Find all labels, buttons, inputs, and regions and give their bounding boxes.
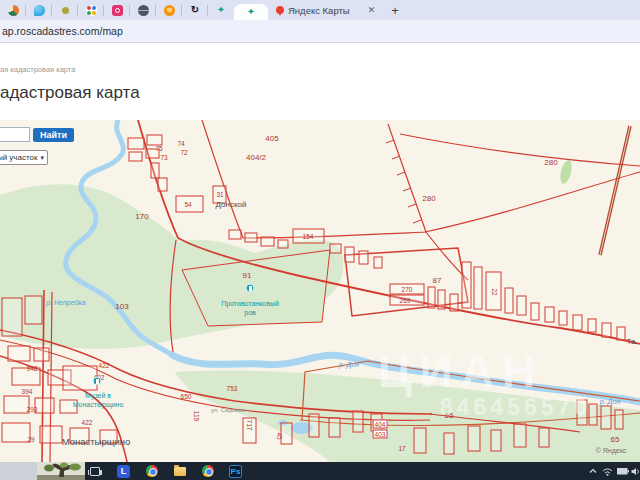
tray-battery[interactable]: [616, 465, 629, 478]
map-label: 73: [160, 154, 167, 161]
active-tab[interactable]: ✦: [234, 4, 268, 20]
globe-icon: [138, 5, 149, 16]
screen: ↻ ✦ ✦ Яндекс Карты ✕ + ap.roscadastres.c…: [0, 0, 640, 480]
pinned-tab-6[interactable]: [130, 1, 156, 19]
chevron-up-icon: [588, 467, 598, 475]
taskbar-chrome-1[interactable]: [145, 465, 158, 478]
cadastral-map[interactable]: 405404/228028017075747372543115491103872…: [0, 120, 640, 462]
pinned-tab-9[interactable]: ✦: [208, 1, 234, 19]
page-title: адастровая карта: [0, 83, 140, 103]
chrome-icon: [202, 465, 214, 477]
map-label: ров: [244, 309, 256, 316]
poi-icon: [93, 377, 102, 386]
map-label: 65: [445, 411, 454, 420]
tray-wifi[interactable]: [601, 465, 614, 478]
map-label: 22: [491, 288, 498, 295]
map-label: 404/2: [246, 153, 266, 162]
chevron-down-icon: ▾: [40, 154, 44, 162]
map-label: 54: [184, 201, 191, 208]
pinned-tab-8[interactable]: ↻: [182, 1, 208, 19]
map-label: р. Непрейка: [46, 299, 85, 306]
map-label: © Яндекс: [596, 447, 627, 454]
map-label: Та: [627, 337, 636, 346]
folder-icon: [174, 467, 186, 476]
map-label: 948: [27, 365, 38, 372]
new-tab-button[interactable]: +: [391, 3, 399, 18]
apps-cluster-icon: [86, 5, 97, 16]
map-label: 91: [243, 271, 252, 280]
taskbar-chrome-2[interactable]: [201, 465, 214, 478]
find-button[interactable]: Найти: [33, 128, 74, 142]
taskbar-app-l[interactable]: L: [117, 465, 130, 478]
sparkle-icon: ✦: [246, 7, 257, 18]
pinned-tab-7[interactable]: [156, 1, 182, 19]
media-badge-icon: [112, 5, 123, 16]
map-label: 403: [373, 430, 388, 439]
map-label: 154: [303, 233, 314, 240]
map-label: Монастырщино: [62, 436, 131, 447]
tab-title: Яндекс Карты: [288, 5, 350, 16]
pinned-tab-5[interactable]: [104, 1, 130, 19]
map-label: 17: [398, 445, 405, 452]
dot-icon: [62, 7, 69, 14]
object-type-select[interactable]: ный участок ▾: [0, 150, 48, 165]
close-tab-icon[interactable]: ✕: [368, 5, 376, 15]
map-label: 650: [181, 393, 192, 400]
tray-chevron-up[interactable]: [586, 465, 599, 478]
map-label: 270: [402, 286, 413, 293]
map-label: 103: [115, 302, 128, 311]
pinned-tab-1[interactable]: [0, 1, 26, 19]
wifi-icon: [602, 467, 613, 476]
speaker-icon: [631, 467, 640, 476]
map-label: 269: [400, 297, 411, 304]
chrome-icon: [146, 465, 158, 477]
map-label: 119: [193, 411, 200, 421]
pinned-tab-3[interactable]: [52, 1, 78, 19]
map-label: 72: [180, 149, 187, 156]
map-label: 394: [22, 388, 33, 395]
flame-icon: [34, 5, 45, 16]
search-input[interactable]: [0, 127, 30, 142]
taskbar-file-explorer[interactable]: [173, 465, 186, 478]
map-label: 405: [265, 134, 278, 143]
orange-ball-icon: [164, 5, 175, 16]
browser-tabstrip: ↻ ✦ ✦ Яндекс Карты ✕ +: [0, 0, 640, 20]
map-label: Музей в: [85, 392, 111, 399]
map-label: р. Дон: [600, 398, 620, 405]
tray-speaker[interactable]: [630, 465, 640, 478]
map-label: 717: [246, 420, 253, 431]
taskbar: L Ps: [0, 462, 640, 480]
map-label: 280: [422, 194, 435, 203]
address-bar[interactable]: ap.roscadastres.com/map: [0, 25, 123, 37]
taskbar-photoshop[interactable]: Ps: [229, 465, 242, 478]
map-label: 87: [433, 276, 442, 285]
map-label: р. Дон: [339, 361, 359, 368]
map-pin-icon: [276, 6, 284, 14]
map-canvas: [0, 120, 640, 462]
map-label: 280: [544, 158, 557, 167]
tab-yandex-maps[interactable]: Яндекс Карты ✕ +: [268, 0, 405, 20]
map-label: ул. Садовая: [211, 407, 245, 413]
search-highlight-image[interactable]: [37, 462, 85, 480]
map-label: Монастырщино: [73, 401, 124, 408]
map-label: 170: [135, 212, 148, 221]
refresh-arrow-icon: ↻: [190, 5, 201, 16]
task-view-button[interactable]: [88, 465, 101, 478]
page-content: ая кадастровая карта адастровая карта: [0, 43, 640, 462]
sparkle-icon: ✦: [216, 5, 227, 16]
breadcrumb: ая кадастровая карта: [0, 65, 75, 74]
map-label: Противотанковый: [221, 300, 279, 307]
pinned-tab-2[interactable]: [26, 1, 52, 19]
battery-icon: [617, 467, 629, 475]
select-value: ный участок: [0, 153, 37, 162]
map-label: 422: [82, 419, 93, 426]
map-label: 45: [276, 432, 283, 439]
taskbar-search-area[interactable]: [0, 462, 37, 480]
poi-icon: [246, 284, 255, 293]
map-label: 422: [99, 362, 110, 369]
browser-logo-icon: [8, 5, 19, 16]
map-label: 74: [177, 140, 184, 147]
map-label: 404: [373, 420, 388, 429]
map-label: 65: [611, 435, 620, 444]
pinned-tab-4[interactable]: [78, 1, 104, 19]
